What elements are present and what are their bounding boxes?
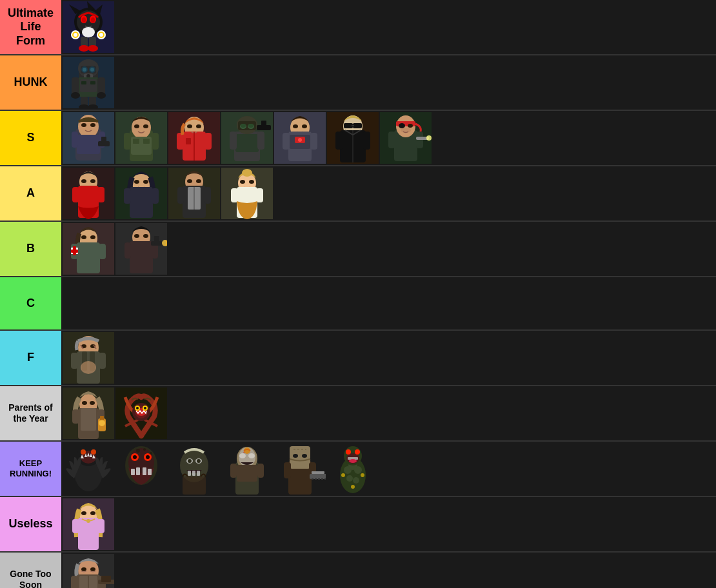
tier-row-c: C (0, 277, 716, 331)
tier-content-a (61, 166, 716, 220)
character-useless-1[interactable] (63, 498, 114, 550)
character-rebecca[interactable] (63, 223, 114, 275)
tier-label-s: S (0, 111, 61, 165)
svg-rect-46 (77, 135, 100, 154)
svg-rect-59 (124, 133, 131, 150)
tier-label-ultimate: Ultimate Life Form (0, 0, 61, 54)
svg-point-36 (97, 92, 106, 99)
svg-rect-273 (72, 519, 79, 533)
character-leon[interactable] (63, 112, 114, 164)
svg-rect-182 (72, 409, 79, 424)
character-kendo[interactable] (63, 554, 114, 588)
tier-row-keep: KEEP RUNNING! (0, 442, 716, 497)
svg-point-55 (143, 124, 148, 128)
svg-point-67 (196, 124, 201, 128)
svg-point-25 (83, 68, 86, 72)
svg-rect-47 (72, 132, 78, 148)
svg-point-10 (82, 27, 95, 37)
svg-rect-247 (284, 462, 291, 478)
character-a2[interactable] (115, 168, 167, 219)
character-chris[interactable] (221, 112, 273, 164)
character-ganado[interactable] (221, 443, 273, 495)
svg-rect-132 (177, 187, 184, 204)
svg-point-85 (293, 124, 298, 128)
svg-rect-125 (124, 188, 131, 204)
character-jack-baker[interactable] (63, 332, 114, 384)
svg-point-129 (187, 179, 192, 183)
tier-row-f: F (0, 331, 716, 386)
svg-point-267 (351, 485, 355, 489)
svg-rect-274 (97, 519, 104, 533)
svg-rect-124 (130, 187, 153, 218)
svg-point-180 (90, 401, 95, 405)
svg-rect-57 (133, 139, 139, 144)
svg-rect-69 (186, 138, 191, 144)
character-regenerator[interactable] (327, 443, 379, 495)
tier-content-c (61, 277, 716, 329)
svg-point-92 (298, 138, 302, 142)
character-monster-k3[interactable] (168, 443, 220, 495)
character-a3[interactable] (168, 168, 220, 219)
svg-rect-212 (143, 467, 146, 475)
svg-rect-213 (148, 469, 152, 475)
character-claire[interactable] (168, 112, 220, 164)
tier-content-gone (61, 553, 716, 588)
svg-rect-210 (131, 469, 135, 475)
svg-point-235 (239, 453, 246, 458)
svg-point-194 (136, 407, 139, 409)
svg-point-45 (90, 123, 95, 127)
character-wesker[interactable] (327, 112, 379, 164)
svg-point-218 (136, 449, 140, 453)
svg-rect-50 (101, 137, 106, 143)
svg-point-115 (81, 179, 86, 183)
tier-row-gone: Gone Too Soon (0, 553, 716, 588)
tier-content-b (61, 222, 716, 276)
character-monster-k1[interactable] (63, 443, 114, 495)
svg-rect-250 (312, 471, 324, 474)
tier-label-keep: KEEP RUNNING! (0, 442, 61, 496)
character-ashley[interactable] (221, 168, 273, 219)
svg-point-225 (188, 459, 192, 463)
svg-point-205 (81, 449, 86, 455)
svg-point-266 (361, 473, 364, 477)
character-snake[interactable] (380, 112, 432, 164)
svg-point-130 (196, 179, 201, 183)
character-ada[interactable] (63, 168, 114, 219)
tier-list: Ultimate Life Form (0, 0, 716, 588)
svg-point-258 (353, 477, 359, 484)
character-marguerite[interactable] (63, 387, 114, 439)
character-monster-k2[interactable] (115, 443, 167, 495)
tier-row-b: B (0, 222, 716, 277)
character-chainsaw[interactable] (274, 443, 326, 495)
svg-point-279 (90, 567, 95, 571)
svg-point-156 (134, 234, 139, 238)
character-b2[interactable] (115, 223, 167, 275)
svg-rect-153 (71, 250, 78, 253)
character-carlos[interactable] (115, 112, 167, 164)
svg-rect-150 (99, 244, 106, 259)
svg-rect-118 (72, 187, 79, 202)
character-hunk[interactable] (63, 57, 114, 108)
svg-point-217 (146, 455, 150, 459)
svg-point-275 (86, 519, 90, 523)
character-plant43[interactable] (115, 387, 167, 439)
tier-row-a: A (0, 166, 716, 222)
svg-rect-97 (352, 125, 354, 126)
svg-rect-79 (230, 132, 237, 150)
character-shadow[interactable] (63, 1, 114, 53)
svg-point-54 (134, 124, 139, 128)
svg-rect-104 (388, 132, 395, 148)
svg-rect-88 (283, 133, 290, 150)
svg-rect-80 (257, 132, 264, 150)
svg-rect-126 (152, 188, 159, 204)
svg-rect-65 (204, 133, 212, 150)
svg-rect-238 (230, 464, 237, 478)
svg-rect-227 (188, 471, 191, 476)
svg-rect-158 (130, 241, 153, 273)
svg-point-271 (90, 511, 95, 515)
svg-rect-286 (101, 576, 111, 582)
character-jill[interactable] (274, 112, 326, 164)
svg-point-195 (144, 407, 146, 409)
tier-content-keep (61, 442, 716, 496)
tier-label-parents: Parents of the Year (0, 386, 61, 440)
